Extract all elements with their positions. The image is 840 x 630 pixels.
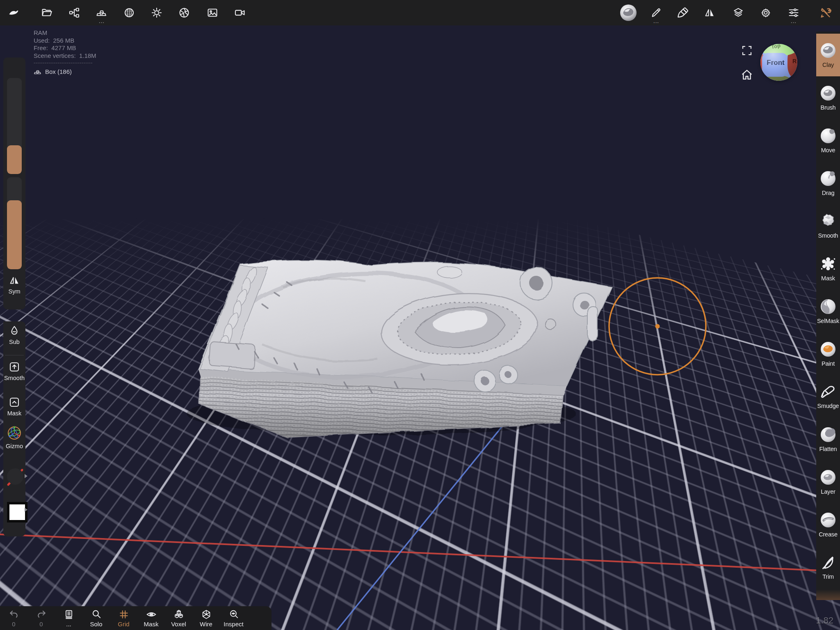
gizmo-label: Gizmo xyxy=(6,443,23,449)
mask-eye-icon xyxy=(146,609,157,620)
tool-trim[interactable]: Trim xyxy=(816,546,840,589)
mirror-symmetry-icon[interactable] xyxy=(698,0,721,25)
sub-button[interactable]: Sub xyxy=(3,325,25,345)
tool-sidebar: Clay Brush Move Drag Smooth Mask SelMask xyxy=(816,32,840,600)
history-overflow-label: ... xyxy=(66,621,71,628)
intensity-slider[interactable] xyxy=(7,177,22,269)
orientation-sphere[interactable]: Top R Front xyxy=(760,44,797,81)
tool-label: Drag xyxy=(822,190,835,196)
tool-smudge[interactable]: Smudge xyxy=(816,375,840,418)
wire-hexagon-icon xyxy=(201,609,212,620)
tool-brush[interactable]: Brush xyxy=(816,76,840,119)
open-file-icon[interactable] xyxy=(35,0,58,25)
fullscreen-icon[interactable] xyxy=(741,44,753,57)
symmetry-label: Sym xyxy=(9,288,21,295)
stats-separator: -------------------------------- xyxy=(34,60,96,66)
mask-view-button[interactable]: Mask xyxy=(137,606,165,630)
camera-icon[interactable] xyxy=(228,0,251,25)
undo-button[interactable]: 0 xyxy=(0,606,27,630)
orientation-sphere-shading xyxy=(760,44,797,81)
voxel-cubes-icon xyxy=(173,609,184,620)
tool-label: Flatten xyxy=(819,446,837,452)
tool-paint[interactable]: Paint xyxy=(816,332,840,375)
tool-label: Layer xyxy=(821,488,835,495)
smooth-modifier-label: Smooth xyxy=(4,375,25,381)
scene-item-box[interactable]: Box (186) xyxy=(34,68,96,76)
tool-clay[interactable]: Clay xyxy=(816,34,840,76)
gizmo-icon xyxy=(6,425,23,441)
stroke-options-panel: Sub Smooth Mask Gizmo xyxy=(3,321,25,536)
sliders-overflow-dots: ... xyxy=(782,19,805,23)
sub-drop-icon xyxy=(8,325,21,337)
history-button[interactable]: ... xyxy=(55,606,82,630)
sculpt-model-book[interactable] xyxy=(187,260,612,438)
color-expand-arrow[interactable] xyxy=(25,508,27,512)
box-primitive-icon xyxy=(34,68,42,76)
tool-label: Trim xyxy=(822,573,834,580)
inspect-button[interactable]: Inspect xyxy=(220,606,247,630)
tool-drag[interactable]: Drag xyxy=(816,162,840,204)
paint-color-swatch[interactable] xyxy=(7,502,27,522)
voxel-label: Voxel xyxy=(171,621,186,628)
stats-panel: RAM Used: 256 MB Free: 4277 MB Scene ver… xyxy=(34,29,96,76)
lighting-sun-icon[interactable] xyxy=(145,0,168,25)
tool-list-scroll-fade xyxy=(816,589,840,600)
brush-cursor xyxy=(609,278,706,375)
voxel-button[interactable]: Voxel xyxy=(165,606,192,630)
falloff-curve-button[interactable] xyxy=(6,465,24,488)
intensity-slider-fill xyxy=(7,200,22,269)
solo-magnifier-icon xyxy=(91,609,102,620)
tool-move[interactable]: Move xyxy=(816,119,840,162)
falloff-expand-arrow[interactable] xyxy=(25,474,27,478)
smooth-square-arrow-icon xyxy=(8,361,21,373)
radius-slider[interactable] xyxy=(7,78,22,174)
bottom-toolbar: 0 0 ... Solo Grid Mask Voxel Wire xyxy=(0,606,272,630)
zoom-scale-indicator: 1.82 xyxy=(816,615,833,626)
nomad-logo-icon[interactable] xyxy=(2,0,25,25)
tool-layer[interactable]: Layer xyxy=(816,460,840,503)
wire-label: Wire xyxy=(200,621,212,628)
brush-settings-panel: Sym xyxy=(3,57,25,309)
sculpt-viewport[interactable] xyxy=(0,0,840,630)
tool-label: Move xyxy=(821,147,835,153)
background-image-icon[interactable] xyxy=(201,0,224,25)
axis-x-red xyxy=(0,534,840,571)
gizmo-button[interactable]: Gizmo xyxy=(3,425,25,449)
tools-wrench-icon[interactable] xyxy=(814,0,837,25)
tool-smooth[interactable]: Smooth xyxy=(816,204,840,247)
solo-button[interactable]: Solo xyxy=(82,606,110,630)
tool-mask[interactable]: Mask xyxy=(816,247,840,290)
mask-modifier-button[interactable]: Mask xyxy=(3,396,25,417)
symmetry-icon xyxy=(8,274,21,286)
tool-selmask[interactable]: SelMask xyxy=(816,290,840,332)
tool-label: Smooth xyxy=(818,232,838,239)
grid-label: Grid xyxy=(118,621,129,628)
mask-modifier-label: Mask xyxy=(7,410,22,417)
stats-used: Used: 256 MB xyxy=(34,37,96,45)
settings-gear-icon[interactable] xyxy=(754,0,777,25)
redo-button[interactable]: 0 xyxy=(27,606,55,630)
wire-button[interactable]: Wire xyxy=(192,606,220,630)
grid-toggle-button[interactable]: Grid xyxy=(110,606,137,630)
symmetry-button[interactable]: Sym xyxy=(3,274,25,295)
home-view-icon[interactable] xyxy=(740,68,753,81)
material-sphere-icon[interactable] xyxy=(617,0,640,25)
smooth-modifier-button[interactable]: Smooth xyxy=(3,361,25,381)
stats-title: RAM xyxy=(34,29,96,37)
stats-free: Free: 4277 MB xyxy=(34,44,96,52)
postprocess-aperture-icon[interactable] xyxy=(173,0,196,25)
radius-slider-fill xyxy=(7,145,22,174)
tool-crease[interactable]: Crease xyxy=(816,503,840,546)
scene-graph-icon[interactable] xyxy=(63,0,86,25)
tool-flatten[interactable]: Flatten xyxy=(816,418,840,460)
tool-label: SelMask xyxy=(817,318,839,324)
mask-square-caret-icon xyxy=(8,396,21,408)
tool-label: Paint xyxy=(822,360,835,367)
topology-icon[interactable] xyxy=(118,0,141,25)
redo-icon xyxy=(36,609,47,620)
layers-icon[interactable] xyxy=(727,0,750,25)
nomad-sculpt-app: ... ... xyxy=(0,0,840,630)
solo-label: Solo xyxy=(90,621,102,628)
tool-label: Brush xyxy=(821,104,836,111)
paintbrush-icon[interactable] xyxy=(671,0,694,25)
